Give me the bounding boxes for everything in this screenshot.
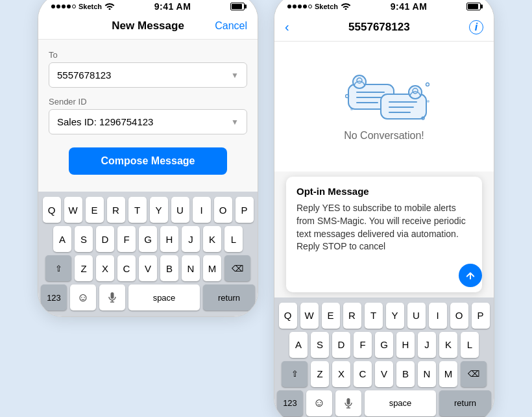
dot4 [67,5,71,8]
key2-s[interactable]: S [311,332,329,358]
space-key-2[interactable]: space [365,390,436,416]
shift-key[interactable]: ⇧ [45,255,71,281]
key-u[interactable]: U [171,197,189,223]
key2-n[interactable]: N [418,361,436,387]
numbers-key-2[interactable]: 123 [277,390,303,416]
key-f[interactable]: F [117,226,136,252]
emoji-key-2[interactable]: ☺ [306,390,332,416]
key-o[interactable]: O [214,197,232,223]
key2-z[interactable]: Z [311,361,329,387]
numbers-key[interactable]: 123 [41,284,67,310]
info-button[interactable]: i [469,20,483,34]
key-h[interactable]: H [160,226,178,252]
key-s[interactable]: S [75,226,93,252]
send-button[interactable] [459,264,482,287]
key-row-2-4: 123 ☺ space return [277,390,491,416]
key2-v[interactable]: V [375,361,393,387]
cancel-button[interactable]: Cancel [215,20,247,32]
nav-title-1: New Message [112,19,184,32]
return-key[interactable]: return [203,284,255,310]
nav-bar-1: New Message Cancel [38,16,258,40]
key2-p[interactable]: P [472,303,490,329]
dot2-5 [308,5,312,8]
key2-k[interactable]: K [439,332,457,358]
return-key-2[interactable]: return [439,390,491,416]
key-i[interactable]: I [193,197,211,223]
compose-button[interactable]: Compose Message [69,147,228,175]
svg-point-16 [426,83,429,86]
key-k[interactable]: K [203,226,221,252]
key2-q[interactable]: Q [279,303,297,329]
key2-h[interactable]: H [396,332,415,358]
battery-fill-2 [468,4,478,9]
key-d[interactable]: D [96,226,114,252]
key-a[interactable]: A [53,226,71,252]
key-row-3: ⇧ Z X C V B N M ⌫ [41,255,255,281]
carrier-name-1: Sketch [79,3,102,10]
key2-j[interactable]: J [418,332,436,358]
key-l[interactable]: L [224,226,243,252]
opt-in-panel: Opt-in Message Reply YES to subscribe to… [286,177,482,292]
to-value: 5557678123 [57,70,111,81]
opt-in-body: Reply YES to subscribe to mobile alerts … [296,202,472,253]
key2-o[interactable]: O [450,303,468,329]
delete-key-2[interactable]: ⌫ [461,361,487,387]
signal-dots-1 [51,5,76,8]
phone-2: Sketch 9:41 AM ‹ 5557678123 i [274,0,494,417]
key-row-2-2: A S D F G H J K L [277,332,491,358]
key-q[interactable]: Q [43,197,61,223]
key-e[interactable]: E [86,197,104,223]
key-x[interactable]: X [96,255,114,281]
dot2 [56,5,60,8]
emoji-key[interactable]: ☺ [70,284,96,310]
key-g[interactable]: G [139,226,157,252]
key2-m[interactable]: M [439,361,457,387]
key-t[interactable]: T [128,197,147,223]
key-p[interactable]: P [236,197,254,223]
key2-i[interactable]: I [429,303,447,329]
key-z[interactable]: Z [75,255,93,281]
key2-r[interactable]: R [343,303,361,329]
key2-w[interactable]: W [300,303,319,329]
key2-l[interactable]: L [461,332,479,358]
key-v[interactable]: V [139,255,157,281]
key-row-4: 123 ☺ space return [41,284,255,310]
key-m[interactable]: M [203,255,221,281]
svg-point-15 [346,95,349,98]
shift-key-2[interactable]: ⇧ [282,361,308,387]
key-w[interactable]: W [64,197,82,223]
key2-a[interactable]: A [289,332,308,358]
key-c[interactable]: C [117,255,136,281]
sender-select[interactable]: Sales ID: 1296754123 ▼ [49,109,247,134]
key-b[interactable]: B [160,255,178,281]
key2-y[interactable]: Y [386,303,404,329]
key2-d[interactable]: D [332,332,350,358]
battery-fill-1 [232,4,242,9]
key-y[interactable]: Y [150,197,168,223]
to-select[interactable]: 5557678123 ▼ [49,62,247,88]
key2-t[interactable]: T [365,303,383,329]
key2-g[interactable]: G [375,332,393,358]
mic-key[interactable] [99,284,125,310]
sender-arrow-icon: ▼ [231,118,239,127]
svg-rect-20 [347,398,350,405]
key2-b[interactable]: B [396,361,415,387]
to-field-group: To 5557678123 ▼ [49,50,247,88]
key-j[interactable]: J [182,226,200,252]
key2-e[interactable]: E [322,303,340,329]
back-button[interactable]: ‹ [285,19,289,34]
key-r[interactable]: R [107,197,125,223]
key2-c[interactable]: C [354,361,372,387]
key2-x[interactable]: X [332,361,350,387]
dot3 [62,5,66,8]
status-time-1: 9:41 AM [154,1,191,12]
key2-u[interactable]: U [407,303,426,329]
to-label: To [49,50,247,60]
mic-key-2[interactable] [335,390,361,416]
space-key[interactable]: space [128,284,200,310]
key2-f[interactable]: F [354,332,372,358]
delete-key[interactable]: ⌫ [224,255,250,281]
form-content: To 5557678123 ▼ Sender ID Sales ID: 1296… [38,40,258,192]
conversation-illustration [345,71,423,123]
key-n[interactable]: N [182,255,200,281]
